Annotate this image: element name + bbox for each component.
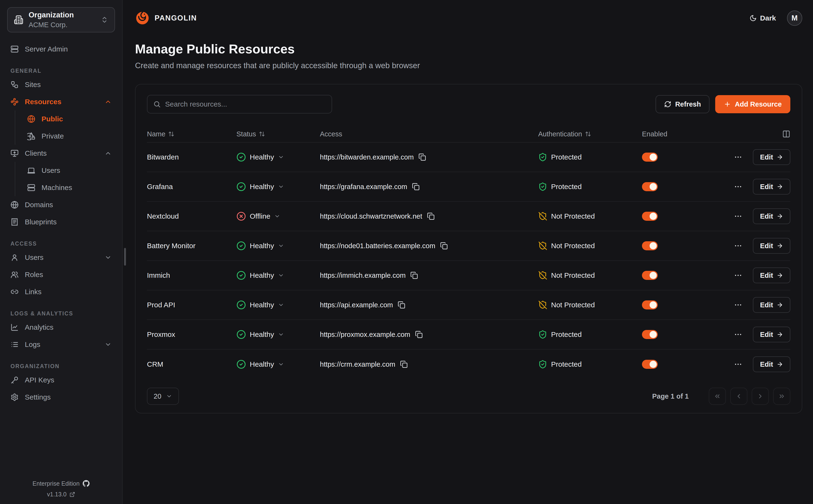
sidebar-item-logs[interactable]: Logs xyxy=(7,336,115,353)
add-resource-button[interactable]: Add Resource xyxy=(715,95,790,113)
resource-url: https://proxmox.example.com xyxy=(320,331,410,339)
edit-button[interactable]: Edit xyxy=(753,208,790,224)
resources-icon xyxy=(10,98,19,106)
edit-button[interactable]: Edit xyxy=(753,149,790,165)
edit-button[interactable]: Edit xyxy=(753,238,790,254)
sidebar-item-public[interactable]: Public xyxy=(24,110,115,128)
status-dropdown[interactable]: Healthy xyxy=(236,241,320,251)
enabled-toggle[interactable] xyxy=(642,360,658,369)
chevron-down-icon xyxy=(104,341,112,348)
row-menu-icon[interactable] xyxy=(734,360,742,369)
column-header-name[interactable]: Name xyxy=(147,130,236,138)
column-label: Status xyxy=(236,130,256,138)
copy-icon[interactable] xyxy=(398,301,405,309)
sidebar-item-private[interactable]: Private xyxy=(24,128,115,145)
status-dropdown[interactable]: Offline xyxy=(236,211,320,221)
sidebar-item-sites[interactable]: Sites xyxy=(7,76,115,93)
sidebar-section-label: ORGANIZATION xyxy=(7,363,115,370)
sidebar-item-label: Users xyxy=(41,166,60,175)
avatar[interactable]: M xyxy=(787,10,802,26)
column-header-authentication[interactable]: Authentication xyxy=(538,130,642,138)
list-icon xyxy=(10,340,19,349)
status-dropdown[interactable]: Healthy xyxy=(236,271,320,280)
columns-icon[interactable] xyxy=(782,130,790,138)
edit-button[interactable]: Edit xyxy=(753,267,790,283)
last-page-button[interactable] xyxy=(773,388,790,405)
chevron-down-icon xyxy=(278,243,284,249)
copy-icon[interactable] xyxy=(419,153,426,161)
plus-icon xyxy=(724,101,731,108)
auth-label: Not Protected xyxy=(551,301,595,309)
brand-home-link[interactable]: PANGOLIN xyxy=(135,11,197,26)
sidebar-item-domains[interactable]: Domains xyxy=(7,196,115,213)
resource-name: Immich xyxy=(147,271,236,279)
copy-icon[interactable] xyxy=(415,331,423,338)
next-page-button[interactable] xyxy=(752,388,769,405)
enabled-toggle[interactable] xyxy=(642,271,658,280)
status-dropdown[interactable]: Healthy xyxy=(236,300,320,310)
row-menu-icon[interactable] xyxy=(734,301,742,309)
copy-icon[interactable] xyxy=(440,242,448,250)
sidebar-item-api-keys[interactable]: API Keys xyxy=(7,371,115,389)
enabled-toggle[interactable] xyxy=(642,330,658,339)
enabled-toggle[interactable] xyxy=(642,153,658,162)
status-dropdown[interactable]: Healthy xyxy=(236,152,320,162)
edit-button[interactable]: Edit xyxy=(753,356,790,372)
actions-cell: Edit xyxy=(734,297,790,313)
sidebar-item-links[interactable]: Links xyxy=(7,283,115,300)
search-input[interactable] xyxy=(165,100,326,108)
enabled-toggle[interactable] xyxy=(642,182,658,191)
enabled-toggle[interactable] xyxy=(642,241,658,250)
refresh-label: Refresh xyxy=(675,100,701,108)
row-menu-icon[interactable] xyxy=(734,271,742,280)
enabled-toggle[interactable] xyxy=(642,300,658,309)
sidebar-item-analytics[interactable]: Analytics xyxy=(7,319,115,336)
theme-toggle[interactable]: Dark xyxy=(750,14,776,22)
prev-page-button[interactable] xyxy=(730,388,747,405)
status-dropdown[interactable]: Healthy xyxy=(236,360,320,369)
shield-icon xyxy=(538,153,547,162)
sidebar-item-settings[interactable]: Settings xyxy=(7,389,115,406)
edition-link[interactable]: Enterprise Edition xyxy=(32,480,89,487)
version-link[interactable]: v1.13.0 xyxy=(47,491,75,498)
sidebar-item-server-admin[interactable]: Server Admin xyxy=(7,41,115,58)
row-menu-icon[interactable] xyxy=(734,330,742,339)
first-page-button[interactable] xyxy=(709,388,726,405)
copy-icon[interactable] xyxy=(410,272,418,279)
auth-cell: Not Protected xyxy=(538,300,642,309)
sidebar-item-clients[interactable]: Clients xyxy=(7,145,115,162)
org-selector[interactable]: Organization ACME Corp. xyxy=(7,7,115,32)
row-menu-icon[interactable] xyxy=(734,212,742,221)
auth-label: Protected xyxy=(551,153,582,161)
resource-url: https://crm.example.com xyxy=(320,360,395,368)
refresh-button[interactable]: Refresh xyxy=(656,95,710,113)
sidebar-item-users[interactable]: Users xyxy=(24,162,115,179)
enabled-toggle[interactable] xyxy=(642,212,658,221)
auth-cell: Protected xyxy=(538,182,642,191)
copy-icon[interactable] xyxy=(400,360,408,368)
edit-button[interactable]: Edit xyxy=(753,179,790,195)
sidebar-item-blueprints[interactable]: Blueprints xyxy=(7,213,115,231)
chevron-up-icon xyxy=(104,98,112,105)
scrollbar-thumb[interactable] xyxy=(124,248,126,266)
sidebar-item-resources[interactable]: Resources xyxy=(7,93,115,110)
row-menu-icon[interactable] xyxy=(734,153,742,161)
status-dropdown[interactable]: Healthy xyxy=(236,182,320,191)
page-size-select[interactable]: 20 xyxy=(147,388,179,405)
copy-icon[interactable] xyxy=(427,212,435,220)
copy-icon[interactable] xyxy=(412,183,420,190)
sidebar-item-machines[interactable]: Machines xyxy=(24,179,115,196)
sidebar-item-users[interactable]: Users xyxy=(7,249,115,266)
row-menu-icon[interactable] xyxy=(734,182,742,191)
chevron-down-icon xyxy=(278,154,284,160)
shield-icon xyxy=(538,241,547,250)
status-dropdown[interactable]: Healthy xyxy=(236,330,320,339)
status-icon xyxy=(236,330,246,339)
row-menu-icon[interactable] xyxy=(734,242,742,250)
sidebar-item-roles[interactable]: Roles xyxy=(7,266,115,283)
column-header-status[interactable]: Status xyxy=(236,130,320,138)
edit-button[interactable]: Edit xyxy=(753,327,790,342)
edit-button[interactable]: Edit xyxy=(753,297,790,313)
toggle-knob xyxy=(650,183,657,190)
users-icon xyxy=(10,271,19,279)
